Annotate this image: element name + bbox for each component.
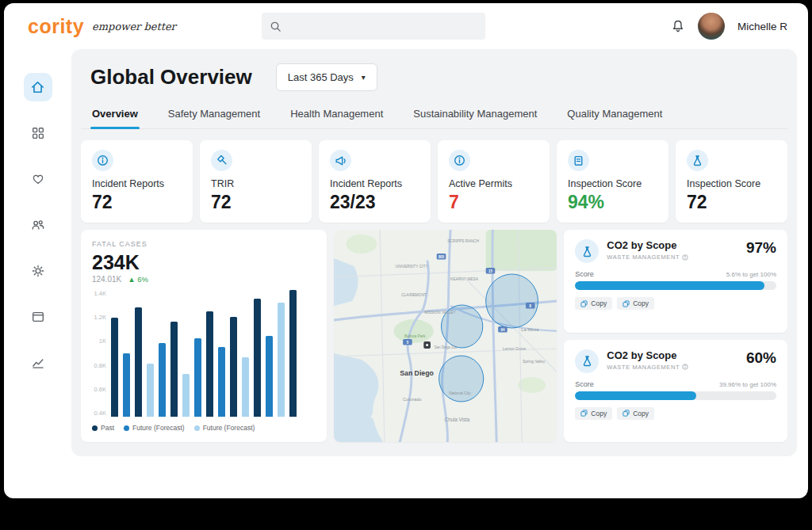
score-progress-fill xyxy=(575,281,764,290)
kpi-value: 7 xyxy=(449,192,538,213)
sidebar-item-home[interactable] xyxy=(24,73,52,101)
bar xyxy=(123,353,130,417)
user-avatar[interactable] xyxy=(698,13,725,40)
fatal-cases-title: FATAL CASES xyxy=(92,240,316,248)
kpi-value: 94% xyxy=(568,192,657,213)
bar xyxy=(254,299,261,417)
copy-label: Copy xyxy=(633,410,649,418)
kpi-card-incident-reports[interactable]: Incident Reports 72 xyxy=(81,140,193,223)
score-hint: 5.6% to get 100% xyxy=(726,271,776,278)
date-range-button[interactable]: Last 365 Days ▾ xyxy=(276,63,377,91)
kpi-label: Incident Reports xyxy=(330,178,419,189)
page-title: Global Overview xyxy=(90,65,252,90)
tab-overview[interactable]: Overview xyxy=(90,101,140,128)
kpi-value: 72 xyxy=(211,192,301,213)
user-name[interactable]: Michelle R xyxy=(737,21,787,32)
svg-text:15: 15 xyxy=(488,269,492,273)
score-row: Score 39.96% to get 100% xyxy=(575,380,776,388)
bar xyxy=(218,347,225,417)
info-icon xyxy=(92,150,113,171)
kpi-label: Active Permits xyxy=(449,178,538,189)
svg-text:KEARNY MESA: KEARNY MESA xyxy=(450,277,478,281)
delta-up-badge: ▲ 6% xyxy=(128,275,148,284)
sidebar-item-people[interactable] xyxy=(24,211,52,239)
co2-subtitle: WASTE MANAGEMENT xyxy=(607,254,680,261)
y-axis-ticks: 1.4K1.2K1K0.8K0.6K0.4K xyxy=(92,290,111,417)
tab-health-management[interactable]: Health Management xyxy=(289,101,385,128)
info-icon xyxy=(449,150,470,171)
info-icon xyxy=(682,254,688,261)
tab-quality-management[interactable]: Quality Management xyxy=(565,101,664,128)
flask-icon xyxy=(575,239,599,263)
notifications-bell-icon[interactable] xyxy=(671,19,685,33)
copy-button[interactable]: Copy xyxy=(575,407,612,420)
bar xyxy=(135,307,142,417)
bar xyxy=(170,322,178,417)
score-label: Score xyxy=(575,380,594,388)
sidebar-item-settings[interactable] xyxy=(24,257,52,285)
bottom-row: FATAL CASES 234K 124.01K ▲ 6% 1.4K1.2K1K… xyxy=(81,230,787,442)
chevron-down-icon: ▾ xyxy=(362,73,366,82)
sidebar-item-favorites[interactable] xyxy=(24,165,52,193)
bars-area xyxy=(111,290,316,417)
fatal-cases-previous: 124.01K xyxy=(92,275,121,284)
kpi-value: 72 xyxy=(687,192,776,213)
megaphone-icon xyxy=(330,150,351,171)
co2-subtitle: WASTE MANAGEMENT xyxy=(607,364,680,371)
title-row: Global Overview Last 365 Days ▾ xyxy=(81,63,787,91)
bar xyxy=(159,343,166,417)
co2-subtitle-row: WASTE MANAGEMENT xyxy=(607,254,746,261)
heart-icon xyxy=(31,172,45,186)
tab-safety-management[interactable]: Safety Management xyxy=(167,101,262,128)
kpi-label: Inspection Score xyxy=(687,178,776,189)
kpi-label: TRIR xyxy=(211,178,301,189)
body-row: Global Overview Last 365 Days ▾ Overview… xyxy=(4,49,808,498)
kpi-card-inspection-score[interactable]: Inspection Score 94% xyxy=(557,140,668,223)
score-hint: 39.96% to get 100% xyxy=(719,381,776,388)
zoo-marker xyxy=(423,341,431,349)
svg-text:SCRIPPS RANCH: SCRIPPS RANCH xyxy=(447,239,479,243)
copy-label: Copy xyxy=(591,299,607,307)
map-park-area xyxy=(485,230,557,271)
search-box[interactable] xyxy=(262,13,485,40)
kpi-card-incident-reports-2[interactable]: Incident Reports 23/23 xyxy=(319,140,431,223)
svg-text:La Mesa: La Mesa xyxy=(521,327,539,332)
co2-card-2: CO2 by Scope WASTE MANAGEMENT 60% xyxy=(564,340,787,443)
search-icon xyxy=(270,21,282,32)
bar xyxy=(242,357,249,417)
legend-item-forecast-2: Future (Forecast) xyxy=(194,424,255,432)
copy-icon xyxy=(622,410,630,417)
sidebar-item-apps[interactable] xyxy=(24,119,52,147)
co2-card-1: CO2 by Scope WASTE MANAGEMENT 97% xyxy=(564,230,787,333)
search-input[interactable] xyxy=(288,20,477,33)
co2-title: CO2 by Scope xyxy=(607,239,746,251)
copy-button[interactable]: Copy xyxy=(617,407,654,420)
co2-score-value: 97% xyxy=(746,239,776,257)
san-diego-map[interactable]: 805158594 SCRIPPS RANCHUNIVERSITY CITYCL… xyxy=(334,230,557,442)
sidebar-item-analytics[interactable] xyxy=(24,349,52,377)
delta-value: 6% xyxy=(137,275,148,284)
flask-icon xyxy=(575,349,599,373)
legend-item-forecast-1: Future (Forecast) xyxy=(124,424,185,432)
co2-header: CO2 by Scope WASTE MANAGEMENT 97% xyxy=(575,239,776,263)
kpi-card-trir[interactable]: TRIR 72 xyxy=(200,140,312,223)
copy-button[interactable]: Copy xyxy=(575,297,612,310)
sidebar-item-cards[interactable] xyxy=(24,303,52,331)
legend-label: Future (Forecast) xyxy=(132,424,185,432)
kpi-card-active-permits[interactable]: Active Permits 7 xyxy=(438,140,550,223)
cority-logo: cority xyxy=(28,15,84,38)
apps-grid-icon xyxy=(31,126,45,140)
co2-header: CO2 by Scope WASTE MANAGEMENT 60% xyxy=(575,349,776,373)
bar xyxy=(147,364,154,417)
tab-sustainability-management[interactable]: Sustainability Management xyxy=(412,101,538,128)
copy-button[interactable]: Copy xyxy=(617,297,654,310)
co2-subtitle-row: WASTE MANAGEMENT xyxy=(607,364,746,371)
kpi-card-inspection-score-2[interactable]: Inspection Score 72 xyxy=(676,140,787,223)
fatal-cases-value: 234K xyxy=(92,251,316,274)
bar xyxy=(266,336,273,417)
score-label: Score xyxy=(575,270,594,278)
clipboard-icon xyxy=(568,150,589,171)
browser-card-icon xyxy=(31,310,45,324)
copy-label: Copy xyxy=(633,299,649,307)
legend-label: Past xyxy=(101,424,114,432)
